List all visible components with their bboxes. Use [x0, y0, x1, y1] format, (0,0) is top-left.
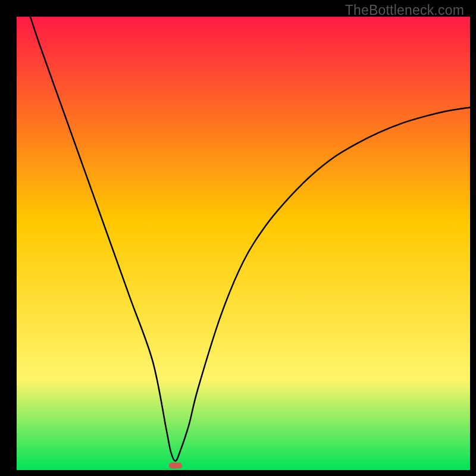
watermark-text: TheBottleneck.com [345, 2, 464, 18]
chart-container: TheBottleneck.com [0, 0, 476, 476]
minimum-marker [169, 462, 182, 468]
gradient-background [17, 17, 470, 470]
bottleneck-chart [0, 0, 476, 476]
